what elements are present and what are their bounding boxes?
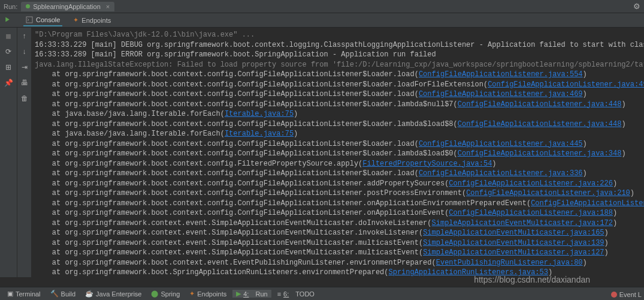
stack-line: at java.base/java.lang.Iterable.forEach(… [35, 109, 640, 119]
log-line: java.lang.IllegalStateException: Failed … [35, 60, 640, 70]
stack-line: at org.springframework.context.event.Sim… [35, 228, 640, 238]
source-link[interactable]: ConfigFileApplicationListener.java:554 [419, 70, 583, 79]
source-link[interactable]: ConfigFileApplicationListener.java:200 [531, 199, 644, 208]
source-link[interactable]: ConfigFileApplicationListener.java:448 [458, 100, 622, 109]
stack-line: at org.springframework.boot.context.conf… [35, 179, 640, 189]
stack-line: at java.base/java.lang.Iterable.forEach(… [35, 129, 640, 139]
left-gutter-2: ↑ ↓ ⇥ 🖶 🗑 [17, 28, 31, 277]
source-link[interactable]: FilteredPropertySource.java:54 [362, 160, 492, 168]
left-gutter: ◼ ⟳ ⊞ 📌 [0, 28, 17, 277]
close-icon[interactable]: × [106, 3, 110, 10]
leaf-icon: ⬤ [151, 290, 158, 298]
console-icon [26, 16, 33, 23]
svg-rect-0 [26, 17, 32, 23]
tab-endpoints-bottom[interactable]: ✦Endpoints [186, 290, 230, 298]
endpoints-icon: ✦ [189, 290, 195, 298]
play-icon: ▶ [236, 290, 241, 298]
stack-line: at org.springframework.context.event.Sim… [35, 218, 640, 229]
source-link[interactable]: ConfigFileApplicationListener.java:336 [419, 169, 583, 178]
spring-icon [26, 4, 30, 8]
stack-line: at org.springframework.boot.context.conf… [35, 89, 640, 100]
source-link[interactable]: Iterable.java:75 [225, 130, 294, 138]
hammer-icon: 🔨 [50, 290, 59, 298]
stack-line: at org.springframework.boot.context.conf… [35, 149, 640, 159]
stack-line: at org.springframework.boot.context.conf… [35, 100, 640, 110]
stack-line: at org.springframework.boot.context.conf… [35, 119, 640, 130]
print-icon[interactable]: 🖶 [20, 78, 29, 88]
stack-line: at org.springframework.boot.context.conf… [35, 70, 640, 80]
stack-line: at org.springframework.boot.context.conf… [35, 208, 640, 218]
source-link[interactable]: ConfigFileApplicationListener.java:188 [449, 209, 613, 217]
source-link[interactable]: ConfigFileApplicationListener.java:469 [419, 90, 583, 98]
tab-todo[interactable]: ≡6: TODO [274, 290, 318, 298]
stop-icon[interactable]: ◼ [4, 31, 13, 41]
wrap-icon[interactable]: ⇥ [20, 62, 29, 72]
down-icon[interactable]: ↓ [20, 47, 29, 56]
stack-line: at org.springframework.context.event.Sim… [35, 238, 640, 248]
tab-run[interactable]: ▶4: Run [232, 290, 271, 298]
source-link[interactable]: SimpleApplicationEventMulticaster.java:1… [423, 239, 604, 247]
source-link[interactable]: SimpleApplicationEventMulticaster.java:1… [432, 219, 613, 227]
source-link[interactable]: ConfigFileApplicationListener.java:210 [466, 189, 630, 197]
tab-endpoints[interactable]: ✦ Endpoints [71, 14, 113, 26]
tab-java-enterprise[interactable]: ☕Java Enterprise [81, 290, 145, 298]
source-link[interactable]: SimpleApplicationEventMulticaster.java:1… [423, 229, 604, 237]
tab-spring[interactable]: ⬤Spring [147, 290, 183, 298]
stack-line: at org.springframework.boot.context.conf… [35, 159, 640, 169]
source-link[interactable]: ConfigFileApplicationListener.java:348 [458, 149, 622, 158]
tab-console[interactable]: Console [23, 14, 62, 26]
layout-icon[interactable]: ⊞ [4, 62, 13, 72]
source-link[interactable]: SimpleApplicationEventMulticaster.java:1… [423, 248, 604, 257]
console-output[interactable]: "D:\Program Files\Java\jdk-12.0.1\bin\ja… [31, 28, 644, 277]
watermark-text: https://blog.csdn.net/daxiandan [474, 275, 590, 284]
stack-line: at org.springframework.context.event.Sim… [35, 248, 640, 258]
source-link[interactable]: ConfigFileApplicationListener.java:445 [419, 140, 583, 148]
terminal-icon: ▣ [7, 290, 13, 298]
run-tool-header: Run: SpblearningApplication × ⚙ [0, 0, 644, 13]
error-badge-icon [611, 292, 617, 298]
stack-line: at org.springframework.boot.context.even… [35, 258, 640, 268]
stack-line: at org.springframework.boot.context.conf… [35, 80, 640, 90]
bottom-toolbar: ▣Terminal 🔨Build ☕Java Enterprise ⬤Sprin… [0, 287, 644, 300]
update-icon[interactable]: ⟳ [4, 47, 13, 56]
main-panel: ◼ ⟳ ⊞ 📌 ↑ ↓ ⇥ 🖶 🗑 "D:\Program Files\Java… [0, 28, 644, 277]
source-link[interactable]: ConfigFileApplicationListener.java:226 [449, 179, 613, 188]
log-line: 16:33:33.229 [main] DEBUG org.springfram… [35, 40, 640, 50]
source-link[interactable]: EventPublishingRunListener.java:80 [436, 259, 583, 267]
source-link[interactable]: ConfigFileApplicationListener.java:448 [458, 120, 622, 128]
run-config-tab[interactable]: SpblearningApplication × [21, 2, 114, 11]
log-line: 16:33:33.289 [main] ERROR org.springfram… [35, 50, 640, 60]
tab-build[interactable]: 🔨Build [47, 290, 79, 298]
stack-line: at org.springframework.boot.context.conf… [35, 199, 640, 209]
cmd-line: "D:\Program Files\Java\jdk-12.0.1\bin\ja… [35, 30, 640, 40]
pin-icon[interactable]: 📌 [4, 78, 13, 88]
trash-icon[interactable]: 🗑 [20, 94, 29, 103]
bean-icon: ☕ [85, 290, 93, 298]
source-link[interactable]: Iterable.java:75 [225, 110, 294, 118]
rerun-icon[interactable] [4, 16, 11, 25]
endpoints-icon: ✦ [73, 16, 78, 24]
tab-terminal[interactable]: ▣Terminal [4, 290, 44, 298]
gear-icon[interactable]: ⚙ [633, 2, 640, 11]
console-tabs: Console ✦ Endpoints [0, 13, 644, 28]
up-icon[interactable]: ↑ [20, 31, 29, 41]
tab-title: SpblearningApplication [33, 3, 101, 10]
list-icon: ≡ [277, 290, 281, 298]
stack-line: at org.springframework.boot.context.conf… [35, 188, 640, 199]
source-link[interactable]: ConfigFileApplicationListener.java:499 [488, 80, 644, 89]
stack-line: at org.springframework.boot.context.conf… [35, 169, 640, 179]
stack-line: at org.springframework.boot.context.conf… [35, 139, 640, 149]
run-label: Run: [4, 3, 17, 10]
event-log-button[interactable]: Event L [611, 291, 642, 298]
